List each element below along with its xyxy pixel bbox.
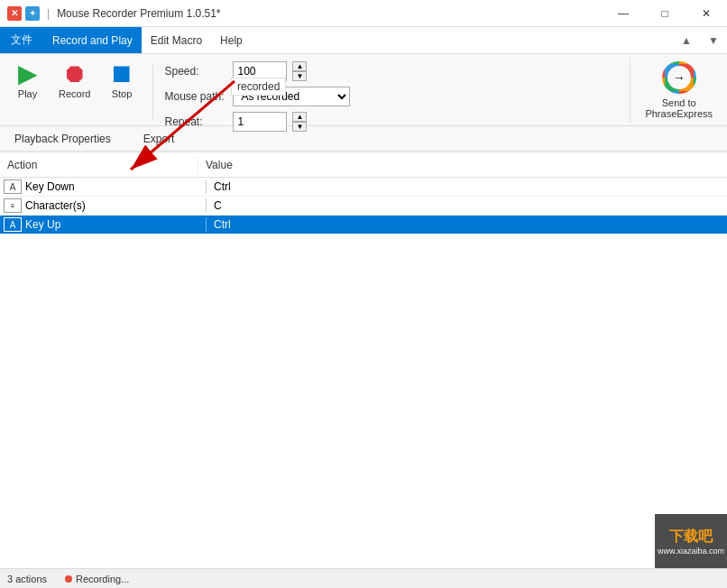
toolbar-divider xyxy=(152,65,153,119)
row-separator xyxy=(206,179,207,194)
row-action-chars: Character(s) xyxy=(25,199,206,212)
app-icon-red: ✕ xyxy=(7,6,22,21)
app-title: Mouse Recorder Premium 1.0.51* xyxy=(57,7,220,20)
table-header: Action Value xyxy=(0,153,727,178)
app-icon-blue: ✦ xyxy=(25,6,40,21)
menu-edit-macro[interactable]: Edit Macro xyxy=(142,27,211,53)
repeat-input[interactable] xyxy=(233,112,287,132)
toolbar-buttons: ▶ Play ⏺ Record ⏹ Stop xyxy=(0,58,149,103)
row-separator xyxy=(206,217,207,232)
speed-spinner: ▲ ▼ xyxy=(292,61,307,81)
speed-label: Speed: xyxy=(164,65,227,78)
recording-dot xyxy=(65,575,72,583)
stop-label: Stop xyxy=(112,88,133,99)
table-area: Action Value A Key Down Ctrl ≡ Character… xyxy=(0,153,727,568)
watermark-title: 下载吧 xyxy=(669,528,713,547)
row-value-chars: C xyxy=(214,199,222,212)
mouse-path-label: Mouse path: xyxy=(164,90,227,103)
speed-down-button[interactable]: ▼ xyxy=(292,71,307,81)
speed-row: Speed: ▲ ▼ xyxy=(164,61,622,81)
export-icon: → xyxy=(662,61,696,94)
menu-bar: 文件 Record and Play Edit Macro Help ▲ ▼ xyxy=(0,27,727,54)
status-bar: 3 actions Recording... xyxy=(0,568,727,588)
repeat-label: Repeat: xyxy=(164,115,227,128)
speed-up-button[interactable]: ▲ xyxy=(292,61,307,71)
repeat-spinner: ▲ ▼ xyxy=(292,112,307,132)
title-bar: ✕ ✦ | Mouse Recorder Premium 1.0.51* — □… xyxy=(0,0,727,27)
table-row[interactable]: ≡ Character(s) C xyxy=(0,197,727,216)
row-value-keyup: Ctrl xyxy=(214,218,231,231)
record-icon: ⏺ xyxy=(62,61,87,87)
record-label: Record xyxy=(59,88,90,99)
table-row[interactable]: A Key Down Ctrl xyxy=(0,178,727,197)
export-button[interactable]: → Send toPhraseExpress xyxy=(630,58,727,123)
export-section-button[interactable]: Export xyxy=(136,129,182,149)
record-button[interactable]: ⏺ Record xyxy=(51,58,97,103)
content-area: Action Value A Key Down Ctrl ≡ Character… xyxy=(0,153,727,568)
row-icon-keyup: A xyxy=(4,217,22,232)
repeat-row: Repeat: ▲ ▼ xyxy=(164,112,622,132)
table-row[interactable]: A Key Up Ctrl xyxy=(0,216,727,234)
export-label: Send toPhraseExpress xyxy=(645,97,713,119)
row-action-keydown: Key Down xyxy=(25,180,206,193)
speed-input[interactable] xyxy=(233,61,287,81)
mouse-path-row: Mouse path: As recorded Straight line Do… xyxy=(164,87,622,106)
maximize-button[interactable]: □ xyxy=(644,0,686,27)
watermark: 下载吧 www.xiazaiba.com xyxy=(655,514,727,568)
window-controls: — □ ✕ xyxy=(603,0,727,27)
row-value-keydown: Ctrl xyxy=(214,180,231,193)
play-label: Play xyxy=(18,88,37,99)
nav-up-button[interactable]: ▲ xyxy=(673,27,700,54)
row-icon-chars: ≡ xyxy=(4,198,22,213)
menu-nav: ▲ ▼ xyxy=(673,27,727,53)
watermark-url: www.xiazaiba.com xyxy=(658,547,724,556)
menu-file[interactable]: 文件 xyxy=(0,27,43,53)
recording-status: Recording... xyxy=(65,574,129,584)
recording-label: Recording... xyxy=(76,574,129,584)
playback-props-button[interactable]: Playback Properties xyxy=(7,129,118,149)
toolbar: ▶ Play ⏺ Record ⏹ Stop Speed: ▲ ▼ Mouse … xyxy=(0,54,727,126)
nav-down-button[interactable]: ▼ xyxy=(700,27,727,54)
stop-button[interactable]: ⏹ Stop xyxy=(101,58,142,103)
row-separator xyxy=(206,198,207,213)
actions-count: 3 actions xyxy=(7,574,47,584)
col-value-header: Value xyxy=(198,157,240,173)
repeat-up-button[interactable]: ▲ xyxy=(292,112,307,122)
row-icon-keydown: A xyxy=(4,179,22,194)
row-action-keyup: Key Up xyxy=(25,218,206,231)
repeat-down-button[interactable]: ▼ xyxy=(292,122,307,132)
play-icon: ▶ xyxy=(18,61,38,87)
minimize-button[interactable]: — xyxy=(603,0,644,27)
title-icons: ✕ ✦ | Mouse Recorder Premium 1.0.51* xyxy=(7,6,221,21)
toolbar-properties: Speed: ▲ ▼ Mouse path: As recorded Strai… xyxy=(157,58,630,135)
col-action-header: Action xyxy=(0,157,198,173)
menu-record-play[interactable]: Record and Play xyxy=(43,27,142,53)
export-icon-inner: → xyxy=(667,66,691,89)
play-button[interactable]: ▶ Play xyxy=(7,58,48,103)
menu-help[interactable]: Help xyxy=(211,27,252,53)
close-button[interactable]: ✕ xyxy=(686,0,727,27)
title-separator: | xyxy=(47,7,50,20)
stop-icon: ⏹ xyxy=(109,61,134,87)
mouse-path-select[interactable]: As recorded Straight line Don't move xyxy=(233,87,350,106)
